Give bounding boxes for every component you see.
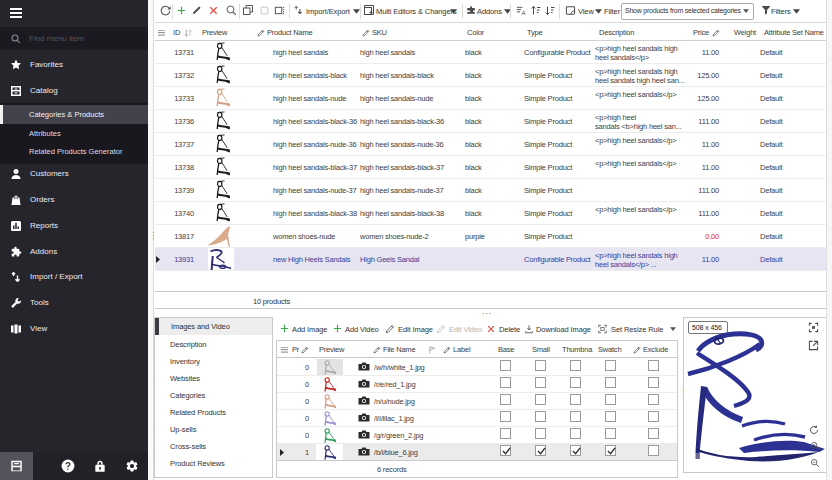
svg-text:A: A: [521, 10, 525, 16]
